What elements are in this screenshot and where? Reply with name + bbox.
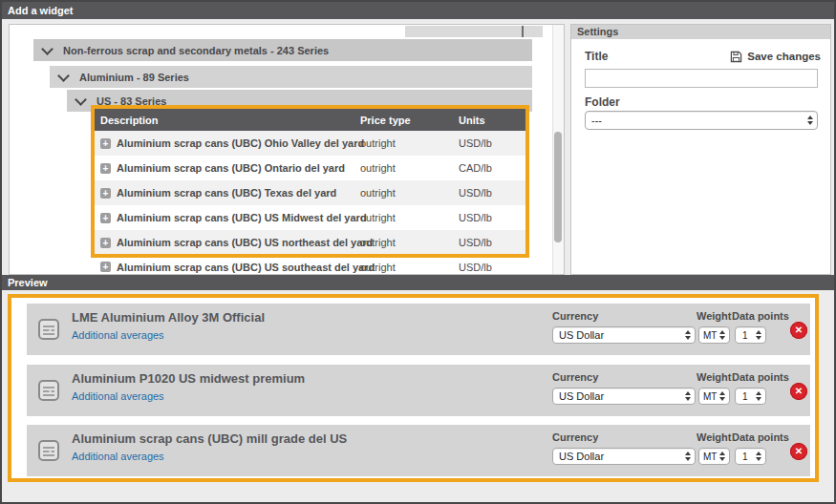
add-series-icon[interactable]: + [100,188,111,199]
series-units: CAD/lb [459,162,492,174]
select-stepper-icon [756,391,761,401]
preview-series-card: Aluminium scrap cans (UBC) mill grade de… [27,425,810,476]
additional-averages-link[interactable]: Additional averages [72,390,164,402]
tree-node-aluminium[interactable]: Aluminium - 89 Series [50,66,532,88]
tree-node-label: Aluminium - 89 Series [79,72,189,83]
chevron-down-icon [57,70,70,82]
currency-select-value: US Dollar [559,451,604,462]
column-header-description: Description [100,115,159,126]
preview-section-header: Preview [2,275,834,290]
preview-highlight-outline: LME Aluminium Alloy 3M Official Addition… [8,294,819,482]
table-row[interactable]: +Aluminium scrap cans (UBC) US southeast… [95,258,525,275]
add-widget-dialog: Add a widget Non-ferrous scrap and secon… [0,0,836,504]
preview-series-card: Aluminium P1020 US midwest premium Addit… [27,365,810,416]
add-series-icon[interactable]: + [100,213,111,223]
data-points-select-value: 1 [742,391,748,402]
horizontal-scrollbar[interactable] [405,26,543,37]
data-points-select-value: 1 [742,330,748,341]
currency-label: Currency [552,371,598,383]
currency-select[interactable]: US Dollar [552,326,696,344]
series-units: USD/lb [459,137,492,149]
select-stepper-icon [719,452,725,461]
select-stepper-icon [685,391,691,401]
series-description: Aluminium scrap cans (UBC) Ohio Valley d… [117,137,364,149]
preview-series-card: LME Aluminium Alloy 3M Official Addition… [27,304,810,355]
weight-label: Weight [697,310,731,322]
weight-select[interactable]: MT [698,448,730,465]
weight-select-value: MT [703,330,717,341]
weight-select[interactable]: MT [698,388,730,405]
title-input[interactable] [585,69,818,88]
delete-series-button[interactable]: ✕ [790,383,807,400]
currency-select-value: US Dollar [559,329,604,341]
vertical-scrollbar[interactable] [552,25,564,274]
column-header-price-type: Price type [360,115,411,126]
currency-select[interactable]: US Dollar [552,448,696,465]
table-row[interactable]: +Aluminium scrap cans (UBC) Ohio Valley … [95,131,525,156]
title-label: Title [585,50,608,63]
weight-label: Weight [697,371,731,383]
settings-panel-header: Settings [571,25,830,39]
additional-averages-link[interactable]: Additional averages [72,451,164,462]
table-row[interactable]: +Aluminium scrap cans (UBC) Texas del ya… [95,180,525,205]
additional-averages-link[interactable]: Additional averages [72,329,164,341]
weight-select-value: MT [703,391,717,402]
series-units: USD/lb [459,237,492,248]
select-stepper-icon [685,452,691,461]
currency-select[interactable]: US Dollar [552,388,696,405]
data-points-label: Data points [732,431,789,443]
chevron-down-icon [75,94,87,106]
series-description: Aluminium scrap cans (UBC) US northeast … [117,237,373,248]
delete-series-button[interactable]: ✕ [790,443,807,460]
series-note-icon [37,318,60,341]
series-price-type: outright [360,262,396,273]
weight-select-value: MT [703,452,717,462]
select-stepper-icon [756,452,761,461]
series-units: USD/lb [459,187,492,199]
series-title: LME Aluminium Alloy 3M Official [72,310,265,325]
select-stepper-icon [807,116,813,125]
select-stepper-icon [685,330,691,340]
weight-label: Weight [697,431,731,443]
table-row[interactable]: +Aluminium scrap cans (UBC) Ontario del … [95,156,525,180]
table-row[interactable]: +Aluminium scrap cans (UBC) US northeast… [95,230,525,255]
currency-select-value: US Dollar [559,390,604,402]
series-tree-panel: Non-ferrous scrap and secondary metals -… [9,24,565,275]
series-description: Aluminium scrap cans (UBC) Ontario del y… [117,162,345,174]
save-changes-button[interactable]: Save changes [730,51,821,63]
series-table-header: Description Price type Units [95,109,525,131]
add-series-icon[interactable]: + [100,138,111,149]
table-row[interactable]: +Aluminium scrap cans (UBC) US Midwest d… [95,205,525,230]
data-points-label: Data points [732,310,789,322]
folder-label: Folder [585,95,620,109]
select-stepper-icon [756,330,761,340]
save-changes-label: Save changes [747,51,821,62]
series-price-type: outright [360,212,396,223]
save-floppy-icon [730,51,742,63]
folder-select-value: --- [591,115,602,126]
data-points-select[interactable]: 1 [735,448,766,465]
add-series-icon[interactable]: + [100,163,111,174]
data-points-select[interactable]: 1 [735,388,766,405]
series-price-type: outright [360,137,396,149]
series-title: Aluminium scrap cans (UBC) mill grade de… [72,431,347,446]
scrollbar-tick [522,26,524,37]
delete-series-button[interactable]: ✕ [790,322,807,339]
tree-node-non-ferrous[interactable]: Non-ferrous scrap and secondary metals -… [33,39,532,61]
select-stepper-icon [719,391,725,401]
series-price-type: outright [360,187,396,199]
weight-select[interactable]: MT [698,326,730,344]
add-series-icon[interactable]: + [100,238,111,248]
folder-select[interactable]: --- [585,111,818,130]
series-units: USD/lb [459,262,492,273]
series-note-icon [37,379,60,402]
series-price-type: outright [360,162,396,174]
data-points-select[interactable]: 1 [735,326,766,344]
scrollbar-thumb[interactable] [554,132,562,242]
add-series-icon[interactable]: + [100,262,111,272]
settings-panel: Settings Title Save changes Folder --- [570,24,831,275]
series-description: Aluminium scrap cans (UBC) US southeast … [117,262,375,273]
tree-node-label: Non-ferrous scrap and secondary metals -… [63,45,329,56]
series-description: Aluminium scrap cans (UBC) US Midwest de… [117,212,367,223]
chevron-down-icon [41,43,54,55]
